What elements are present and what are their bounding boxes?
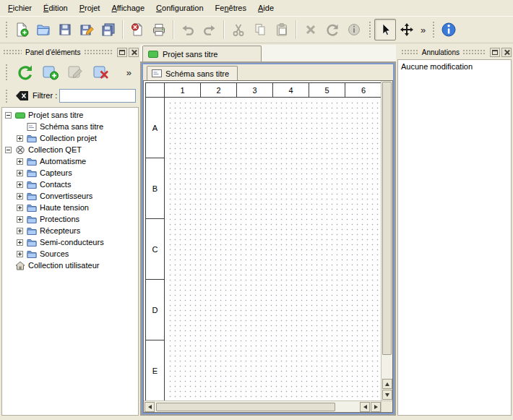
tree-item-recepteurs[interactable]: Récepteurs [2, 225, 138, 236]
arrow-right-icon [374, 405, 378, 409]
tree-item-protections[interactable]: Protections [2, 213, 138, 225]
expand-icon[interactable] [17, 135, 23, 142]
tree-item-capteurs[interactable]: Capteurs [2, 167, 138, 179]
drawing-grid[interactable] [165, 98, 381, 400]
tree-item-convertisseurs[interactable]: Convertisseurs [2, 190, 138, 202]
tree-item-collection-projet[interactable]: Collection projet [2, 132, 138, 144]
expand-icon[interactable] [17, 181, 23, 188]
main-area: Panel d'éléments [0, 44, 513, 420]
dock-grip[interactable] [401, 49, 418, 55]
save-all-button[interactable] [98, 19, 119, 40]
collapse-icon[interactable] [5, 147, 12, 153]
toolbar-drag-handle[interactable] [431, 20, 435, 39]
undo-panel-titlebar[interactable]: Annulations [397, 46, 512, 58]
delete-element-button[interactable] [90, 61, 112, 84]
menu-edition[interactable]: Édition [38, 0, 74, 16]
save-button[interactable] [54, 19, 76, 40]
cut-icon [231, 22, 246, 37]
menu-configuration[interactable]: Configuration [150, 0, 209, 16]
element-info-button [343, 19, 365, 40]
vertical-scrollbar-thumb[interactable] [382, 82, 392, 355]
folder-icon [27, 168, 37, 178]
folder-icon [27, 238, 37, 247]
horizontal-scrollbar[interactable] [144, 400, 381, 412]
selection-mode-button[interactable] [374, 19, 396, 40]
expand-icon[interactable] [17, 158, 23, 165]
mdi-workspace: Schéma sans titre 1 2 3 4 [140, 62, 396, 416]
dock-grip[interactable] [3, 49, 22, 55]
float-panel-button[interactable] [490, 48, 500, 57]
new-file-button[interactable] [11, 19, 33, 40]
expand-icon[interactable] [17, 251, 23, 257]
tree-item-schema[interactable]: Schéma sans titre [2, 121, 138, 132]
close-file-button[interactable] [126, 19, 148, 40]
float-panel-button[interactable] [117, 48, 127, 57]
close-panel-button[interactable] [501, 48, 512, 57]
tree-item-contacts[interactable]: Contacts [2, 179, 138, 190]
copy-button [249, 19, 271, 40]
filter-input[interactable] [59, 89, 136, 103]
menu-fenetres[interactable]: Fenêtres [210, 0, 252, 16]
tree-item-project[interactable]: Projet sans titre [2, 109, 138, 121]
schema-view: 1 2 3 4 5 6 A B C [143, 80, 393, 413]
clear-filter-button[interactable] [13, 88, 30, 103]
about-button[interactable] [438, 19, 460, 40]
tab-schema[interactable]: Schéma sans titre [147, 66, 238, 80]
toolbar-overflow-button[interactable]: » [418, 25, 428, 35]
arrow-up-icon [385, 382, 389, 386]
dock-grip[interactable] [84, 49, 112, 55]
toolbar-drag-handle[interactable] [4, 88, 8, 103]
menu-affichage[interactable]: Affichage [105, 0, 150, 16]
print-button[interactable] [148, 19, 170, 40]
ruler-row: D [146, 280, 164, 340]
tree-item-collection-qet[interactable]: Collection QET [2, 144, 138, 155]
expand-icon[interactable] [17, 205, 23, 211]
scroll-right-button[interactable] [371, 402, 381, 412]
toolbar-drag-handle[interactable] [368, 20, 371, 39]
main-toolbar: » [0, 16, 513, 43]
arrow-down-icon [385, 393, 389, 397]
scroll-left-button[interactable] [360, 402, 370, 412]
expand-icon[interactable] [17, 216, 23, 223]
pan-mode-button[interactable] [396, 19, 418, 40]
open-file-button[interactable] [33, 19, 54, 40]
toolbar-drag-handle[interactable] [4, 20, 8, 39]
tree-item-sources[interactable]: Sources [2, 248, 138, 260]
elements-panel-titlebar[interactable]: Panel d'éléments [1, 46, 139, 58]
rotate-icon [325, 22, 340, 37]
toolbar-drag-handle[interactable] [4, 63, 8, 82]
vertical-scrollbar[interactable] [381, 81, 392, 400]
panel-toolbar-overflow-button[interactable]: » [124, 67, 134, 78]
scroll-up-button[interactable] [382, 379, 392, 389]
expand-icon[interactable] [17, 228, 23, 234]
project-icon [148, 51, 158, 58]
menu-fichier[interactable]: Fichier [2, 0, 38, 16]
filter-bar: Filtrer : [1, 87, 138, 104]
tree-item-automatisme[interactable]: Automatisme [2, 155, 138, 167]
dock-grip[interactable] [462, 49, 486, 55]
refresh-icon [17, 64, 34, 81]
tree-item-semi-conducteurs[interactable]: Semi-conducteurs [2, 236, 138, 248]
new-element-button[interactable] [39, 61, 61, 84]
save-as-button[interactable] [76, 19, 98, 40]
undo-history-list[interactable]: Aucune modification [397, 59, 512, 416]
expand-icon[interactable] [17, 239, 23, 246]
tree-item-collection-utilisateur[interactable]: Collection utilisateur [2, 260, 138, 271]
schema-viewport[interactable]: 1 2 3 4 5 6 A B C [144, 81, 381, 400]
expand-icon[interactable] [17, 170, 23, 176]
tree-item-haute-tension[interactable]: Haute tension [2, 202, 138, 213]
collapse-icon[interactable] [5, 112, 12, 119]
delete-button [300, 19, 322, 40]
horizontal-scrollbar-thumb[interactable] [156, 403, 335, 411]
scroll-down-button[interactable] [382, 390, 392, 400]
tab-project[interactable]: Projet sans titre [142, 46, 262, 61]
menu-projet[interactable]: Projet [74, 0, 106, 16]
redo-button [199, 19, 220, 40]
reload-collections-button[interactable] [14, 61, 36, 84]
toolbar-separator [296, 20, 297, 39]
expand-icon[interactable] [17, 193, 23, 200]
close-panel-button[interactable] [129, 48, 139, 57]
menu-aide[interactable]: Aide [252, 0, 280, 16]
edit-element-icon [67, 64, 85, 81]
scroll-left-button[interactable] [145, 402, 155, 412]
